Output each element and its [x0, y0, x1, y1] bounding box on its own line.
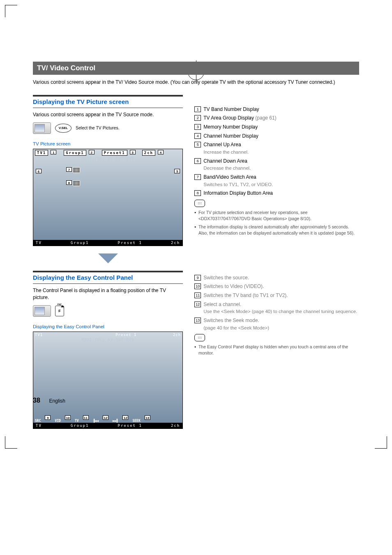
callout-13: 13: [145, 415, 150, 420]
left-column: Displaying the TV Picture screen Various…: [33, 95, 183, 429]
monitor-device-icon: [33, 122, 51, 134]
ss2-bottom-preset: Preset 1: [118, 424, 142, 428]
num-4: 4: [194, 133, 201, 139]
ctrl-prev: ▐◀◀: [93, 419, 99, 423]
num-12: 12: [194, 302, 201, 307]
item2-suffix: (page 61): [255, 115, 276, 121]
ss2-bottom-bar: TV Group1 Preset 1 2ch: [33, 423, 182, 428]
ss2-tv: TV1: [35, 333, 43, 337]
block1-title: Displaying the TV Picture screen: [33, 98, 183, 105]
callout-4: 4: [158, 150, 164, 154]
block2-icon-row: F: [33, 305, 183, 317]
ss2-preset: Preset 1: [115, 333, 136, 337]
block1-heading: Displaying the TV Picture screen: [33, 95, 183, 108]
num-3: 3: [194, 124, 201, 130]
touch-area-7: [73, 167, 80, 173]
block1-icon-row: V.SEL Select the TV Pictures.: [33, 122, 183, 134]
list2: 9Switches the source. 10Switches to Vide…: [194, 274, 359, 332]
ss1-bottom-tv: TV: [36, 241, 42, 245]
callout-7: 7: [66, 167, 72, 172]
num-5: 5: [194, 142, 201, 147]
notes1: For TV picture selection and receiver ke…: [194, 210, 359, 236]
ss1-preset: Preset1: [102, 150, 127, 156]
item6-sub: Decrease the channel.: [203, 165, 359, 172]
ctrl-vid: VID: [55, 419, 60, 423]
callout-3: 3: [130, 150, 136, 154]
block1-subhead: TV Picture screen: [33, 141, 183, 146]
item5-sub: Increase the channel.: [203, 149, 359, 156]
ctrl-next: ▶▶▌: [113, 419, 118, 423]
callout-8: 8: [66, 180, 72, 185]
fnc-button-icon: F: [55, 306, 64, 316]
page-footer: 38 | English: [33, 397, 65, 404]
callout-12b: 12: [122, 415, 128, 420]
callout-6: 6: [36, 169, 42, 173]
ss2-bottom-ch: 2ch: [171, 424, 180, 428]
fnc-label: F: [58, 309, 61, 313]
note1-2: The information display is cleared autom…: [198, 224, 359, 236]
item4-label: Channel Number Display: [203, 133, 258, 139]
item9-label: Switches the source.: [203, 275, 249, 281]
ctrl-seek: SEEK: [132, 419, 140, 423]
ss1-bottom-bar: TV Group1 Preset 1 2ch: [33, 240, 182, 246]
page-content: TV/ Video Control Various control screen…: [0, 0, 392, 454]
num-6: 6: [194, 158, 201, 164]
item1-label: TV Band Number Display: [203, 106, 259, 112]
item11-label: Switches the TV band (to TV1 or TV2).: [203, 292, 288, 298]
item3-label: Memory Number Display: [203, 124, 258, 130]
note2-1: The Easy Control Panel display is hidden…: [198, 344, 359, 356]
ss1-bottom-ch: 2ch: [171, 241, 180, 245]
monitor-device-icon-2: [33, 305, 51, 317]
ss1-bottom-group: Group1: [71, 241, 89, 245]
vsel-label: V.SEL: [59, 126, 68, 130]
ss2-bottom-group: Group1: [71, 424, 89, 428]
page-lang: English: [49, 398, 65, 404]
item7-label: Band/Video Switch Area: [203, 174, 256, 180]
ss1-tv: TV1: [35, 150, 48, 156]
note1-1: For TV picture selection and receiver ke…: [198, 210, 359, 221]
section-intro: Various control screens appear in the TV…: [33, 79, 359, 86]
callout-5: 5: [174, 169, 180, 173]
item13-label: Switches the Seek mode.: [203, 318, 259, 323]
item12-sub: Use the <Seek Mode> (page 40) to change …: [203, 308, 359, 315]
page-number: 38: [33, 397, 40, 404]
tv-picture-screenshot: TV1 1 Group1 2 Preset1 3 2ch 4 MODE:FULL…: [33, 149, 183, 246]
block1-desc: Various control screens appear in the TV…: [33, 111, 183, 118]
callout-1: 1: [51, 150, 56, 154]
block2-heading: Displaying the Easy Control Panel: [33, 271, 183, 284]
ss1-bottom-preset: Preset 1: [118, 241, 142, 245]
item5-label: Channel Up Area: [203, 142, 241, 147]
right-column: 1TV Band Number Display 2TV Area Group D…: [194, 95, 359, 429]
num-11: 11: [194, 292, 201, 298]
num-10: 10: [194, 283, 201, 289]
vsel-button-icon: V.SEL: [55, 124, 71, 133]
item2-label: TV Area Group Display: [203, 115, 254, 121]
fnc-triangle-icon: [61, 305, 64, 307]
ss1-mode: MODE:FULL AV-OUT:DVD: [33, 157, 182, 161]
num-1: 1: [194, 106, 201, 112]
callout-2: 2: [89, 150, 95, 154]
block2-subhead: Displaying the Easy Control Panel: [33, 324, 183, 329]
num-2: 2: [194, 115, 201, 121]
block2-title: Displaying the Easy Control Panel: [33, 274, 183, 281]
easy-control-screenshot: TV1 Preset 1 2ch MODE:FULL AV-OUT:DVD SR…: [33, 332, 183, 429]
num-13: 13: [194, 318, 201, 323]
note-icon-2: ⋯⋯: [194, 334, 205, 341]
touch-area-8: [73, 180, 80, 186]
num-7: 7: [194, 174, 201, 180]
ss2-ch: 2ch: [173, 333, 181, 337]
item6-label: Channel Down Area: [203, 158, 247, 164]
item7-sub: Switches to TV1, TV2, or VIDEO.: [203, 181, 359, 189]
item13-sub: (page 40 for the <Seek Mode>): [203, 325, 359, 332]
ctrl-src: SRC: [35, 419, 41, 423]
callout-12a: 12: [103, 415, 108, 420]
callout-9: 9: [45, 415, 51, 420]
ss2-bottom-tv: TV: [36, 424, 42, 428]
section-title-bar: TV/ Video Control: [33, 62, 359, 75]
list1: 1TV Band Number Display 2TV Area Group D…: [194, 106, 359, 197]
ss1-group: Group1: [64, 150, 86, 156]
block1-icon-caption: Select the TV Pictures.: [76, 125, 120, 131]
ctrl-tv: TV: [75, 419, 79, 423]
item12-label: Select a channel.: [203, 302, 241, 307]
note-icon-1: ⋯⋯: [194, 200, 205, 207]
